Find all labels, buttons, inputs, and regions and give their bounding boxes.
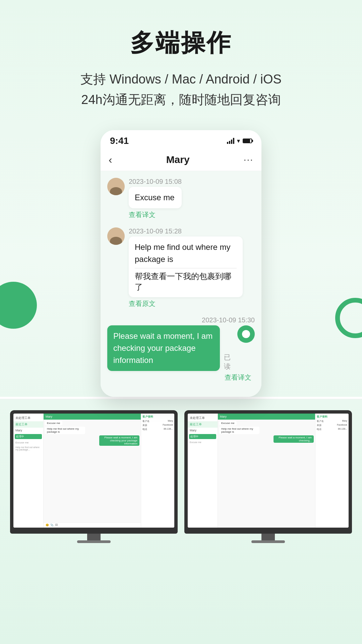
message-row-3: 已读 Please wait a moment, I am checking y… [107,325,255,371]
signal-icon [227,138,234,144]
mini-info-name: 客户名Mary [142,420,173,423]
wifi-icon: ▾ [237,137,240,145]
message-row-2: 2023-10-09 15:28 Help me find out where … [107,227,255,297]
status-time: 9:41 [110,136,129,146]
monitor-right-neck [261,534,275,540]
mini-msg-3: Please wait a moment, I am checking your… [45,435,139,446]
message-group-3: 2023-10-09 15:30 已读 Please wait a moment… [107,316,255,382]
mini-toolbar: 😊 📎 🖼 [44,522,141,528]
mini-chat-right: Mary Excuse me Help me find out where my… [218,414,315,528]
r-mini-messages: Excuse me Help me find out where my pack… [218,420,315,528]
r-mini-bubble-3: Please wait a moment, I am checking... [274,435,314,443]
desktop-ui-left: 未处理工单 最近工单 Mary 处理中 Excuse me Help me fi… [13,414,174,528]
msg-preview-1: Excuse me [13,440,43,445]
back-button[interactable]: ‹ [109,154,112,166]
monitor-left-screen: 未处理工单 最近工单 Mary 处理中 Excuse me Help me fi… [13,414,174,528]
monitor-right: 未处理工单 最近工单 Mary 处理中 Excuse me Mary Excus… [184,410,352,543]
mini-messages: Excuse me Help me find out where my pack… [44,420,141,522]
r-mini-header: Mary [218,414,315,420]
bubble-2-translation: 帮我查看一下我的包裹到哪了 [135,271,237,292]
bubble-2-container: Help me find out where my package is 帮我查… [129,236,243,297]
mini-right-panel-left: 客户资料 客户名Mary 来源Facebook 电话86-138... [141,414,174,528]
mini-bubble-3: Please wait a moment, I am checking your… [99,435,139,446]
r-mini-msg-1: Excuse me [219,421,314,425]
bubble-1: Excuse me [129,187,182,208]
battery-icon [243,139,252,143]
r-sidebar-item-1: 未处理工单 [188,415,218,421]
status-icons: ▾ [227,137,252,145]
mini-tool-3: 🖼 [55,524,58,527]
mini-sidebar-left: 未处理工单 最近工单 Mary 处理中 Excuse me Help me fi… [13,414,44,528]
chat-body: 2023-10-09 15:08 Excuse me 查看译文 2023-10-… [101,171,261,397]
timestamp-1: 2023-10-09 15:08 [129,178,182,185]
translate-link-2[interactable]: 查看原文 [129,299,255,308]
r-contact-name: Mary [220,415,227,418]
msg-preview-2: Help me find out where my package... [13,445,43,452]
page-title: 多端操作 [13,27,349,59]
r-mini-bubble-2: Help me find out where my package is [219,427,259,434]
mini-contact-name: Mary [46,415,52,418]
message-row-1: 2023-10-09 15:08 Excuse me [107,178,255,208]
r-info-name: 客户名Mary [317,420,347,423]
message-group-2: 2023-10-09 15:28 Help me find out where … [107,227,255,308]
mini-sidebar-right: 未处理工单 最近工单 Mary 处理中 Excuse me [188,414,218,528]
r-info-phone: 电话86-138... [317,428,347,431]
r-mini-msg-3: Please wait a moment, I am checking... [219,435,314,443]
r-sidebar-item-2: 最近工单 [188,421,218,428]
message-group-1: 2023-10-09 15:08 Excuse me 查看译文 [107,178,255,219]
monitor-left: 未处理工单 最近工单 Mary 处理中 Excuse me Help me fi… [10,410,178,543]
more-button[interactable]: ··· [244,154,253,165]
status-bar: 9:41 ▾ [101,130,261,149]
sidebar-item-name: Mary [13,428,43,433]
timestamp-3: 2023-10-09 15:30 [107,316,255,324]
mini-info-phone: 电话86-138... [142,428,173,431]
bubble-3: Please wait a moment, I am checking your… [107,325,220,371]
mini-chat-header: Mary [44,414,141,420]
monitor-right-bezel: 未处理工单 最近工单 Mary 处理中 Excuse me Mary Excus… [184,410,352,534]
sidebar-item-unprocessed: 未处理工单 [13,415,43,421]
mini-tool-2: 📎 [50,524,54,527]
deco-circle-right [335,298,362,338]
bubble-2-text: Help me find out where my package is [135,241,237,265]
mini-bubble-1: Excuse me [45,421,62,425]
desktop-ui-right: 未处理工单 最近工单 Mary 处理中 Excuse me Mary Excus… [188,414,349,528]
r-msg-preview: Excuse me [188,440,218,444]
chat-header: ‹ Mary ··· [101,149,261,171]
read-status: 已读 [224,353,231,371]
r-status-label: 处理中 [189,434,216,439]
page-subtitle-2: 24h沟通无距离，随时随地回复咨询 [13,90,349,110]
translate-link-3[interactable]: 查看译文 [107,373,251,382]
agent-avatar [237,325,255,343]
timestamp-2: 2023-10-09 15:28 [129,227,243,235]
mini-bubble-2: Help me find out where my package is [45,427,85,434]
monitor-left-bezel: 未处理工单 最近工单 Mary 处理中 Excuse me Help me fi… [10,410,178,534]
mini-info-platform: 来源Facebook [142,424,173,427]
chat-name: Mary [166,154,190,165]
monitor-right-base [251,540,285,543]
monitor-left-base [77,540,111,543]
mini-msg-1: Excuse me [45,421,139,425]
r-mini-msg-2: Help me find out where my package is [219,427,314,434]
r-info-platform: 来源Facebook [317,424,347,427]
mini-tool-1: 😊 [46,524,49,527]
translate-link-1[interactable]: 查看译文 [129,210,255,219]
r-sidebar-item-3: Mary [188,428,218,433]
monitor-right-screen: 未处理工单 最近工单 Mary 处理中 Excuse me Mary Excus… [188,414,349,528]
avatar-2 [107,227,125,245]
mini-chat-left: Mary Excuse me Help me find out where my… [44,414,141,528]
mini-msg-2: Help me find out where my package is [45,427,139,434]
monitor-left-neck [87,534,101,540]
sidebar-item-recent: 最近工单 [13,421,43,428]
mini-right-panel-right: 客户资料 客户名Mary 来源Facebook 电话86-138... [315,414,349,528]
phone-mockup: 9:41 ▾ ‹ Mary ··· [101,130,261,397]
mini-panel-title: 客户资料 [142,415,173,419]
page-header: 多端操作 支持 Windows / Mac / Android / iOS 24… [0,0,362,123]
r-panel-title: 客户资料 [317,415,347,419]
page-subtitle-1: 支持 Windows / Mac / Android / iOS [13,69,349,90]
monitors-section: 未处理工单 最近工单 Mary 处理中 Excuse me Help me fi… [0,397,362,543]
avatar-1 [107,178,125,195]
r-mini-bubble-1: Excuse me [219,421,237,425]
content-area: 9:41 ▾ ‹ Mary ··· [0,123,362,397]
status-label: 处理中 [15,434,42,439]
